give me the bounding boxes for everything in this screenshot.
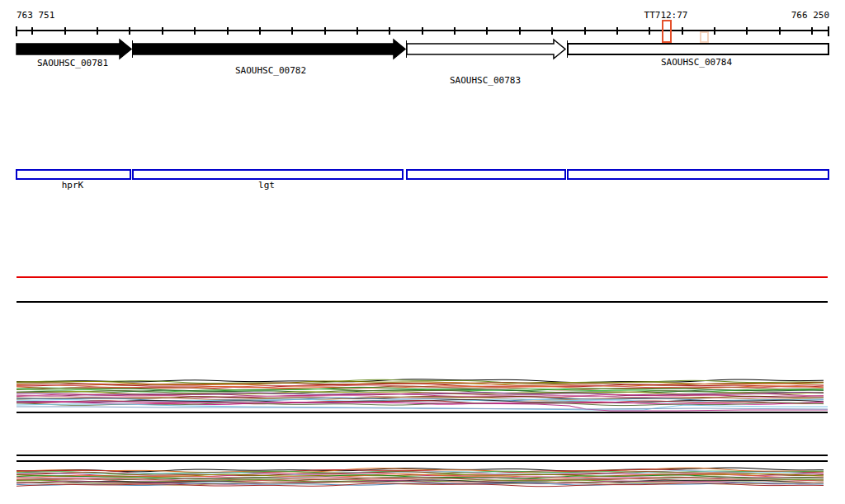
- annotation-label-hprk: hprK: [62, 181, 84, 190]
- annotation-box-4[interactable]: [568, 170, 828, 179]
- gene-saouhsc_00783[interactable]: [407, 40, 565, 59]
- genome-browser-window: 763 751 766 250 TT712:77 SAOUHSC_00781 S…: [0, 0, 845, 504]
- ruler-end-coordinate: 766 250: [791, 11, 829, 20]
- gene-label-saouhsc-00781: SAOUHSC_00781: [37, 59, 108, 68]
- annotation-box-3[interactable]: [407, 170, 565, 179]
- ruler-start-coordinate: 763 751: [17, 11, 54, 20]
- magenta-outlier-trace: [17, 402, 828, 411]
- gene-label-saouhsc-00784: SAOUHSC_00784: [661, 58, 732, 67]
- gene-saouhsc_00784[interactable]: [568, 44, 828, 54]
- gene-saouhsc_00781[interactable]: [17, 40, 131, 59]
- marker-label: TT712:77: [644, 11, 688, 20]
- gene-label-saouhsc-00783: SAOUHSC_00783: [450, 76, 521, 85]
- marker-secondary-box[interactable]: [701, 32, 708, 42]
- gene-label-saouhsc-00782: SAOUHSC_00782: [235, 66, 306, 75]
- annotation-box-lgt[interactable]: [133, 170, 403, 179]
- annotation-label-lgt: lgt: [258, 181, 275, 190]
- gene-saouhsc_00782[interactable]: [133, 40, 405, 59]
- annotation-box-hprK[interactable]: [17, 170, 130, 179]
- steelblue-outlier-trace: [17, 407, 828, 409]
- browser-canvas: [0, 0, 845, 504]
